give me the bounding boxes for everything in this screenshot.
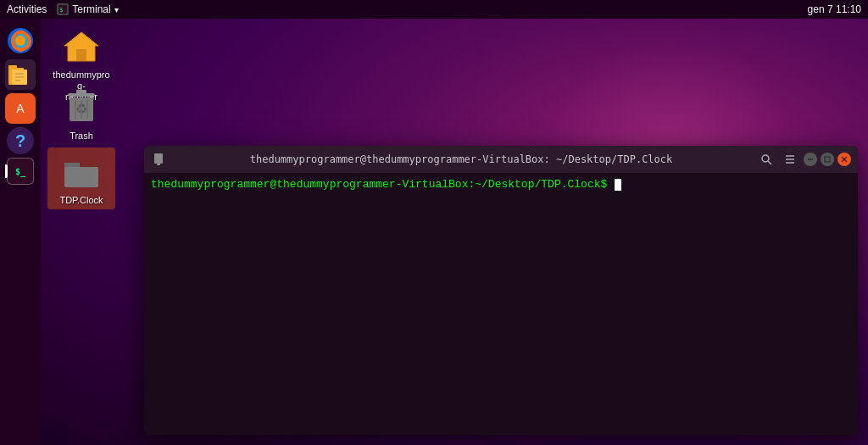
prompt-text: thedummyprogrammer@thedummyprogrammer-Vi… bbox=[151, 178, 614, 191]
svg-rect-3 bbox=[76, 49, 86, 61]
svg-line-27 bbox=[768, 161, 771, 164]
terminal-window-actions bbox=[756, 150, 851, 169]
tdpclock-folder-icon bbox=[61, 151, 102, 192]
dock: A ? $_ bbox=[0, 19, 41, 445]
tdpclock-icon-label: TDP.Clock bbox=[59, 195, 103, 206]
close-button[interactable] bbox=[837, 153, 851, 166]
topbar-left: Activities $ Terminal ▾ bbox=[7, 3, 119, 15]
terminal-titlebar: thedummyprogrammer@thedummyprogrammer-Vi… bbox=[144, 146, 858, 173]
terminal-cursor bbox=[615, 179, 621, 191]
maximize-icon bbox=[824, 156, 831, 163]
trash-icon: ♻ bbox=[61, 86, 102, 127]
home-folder-icon bbox=[61, 25, 102, 66]
desktop-icon-tdpclock[interactable]: TDP.Clock bbox=[47, 147, 115, 209]
terminal-dock-icon: $_ bbox=[15, 167, 25, 176]
svg-rect-17 bbox=[8, 65, 17, 70]
firefox-icon bbox=[6, 26, 35, 55]
dock-item-software[interactable]: A bbox=[5, 93, 36, 124]
topbar-app-menu[interactable]: $ Terminal ▾ bbox=[57, 3, 118, 15]
dock-active-indicator bbox=[5, 164, 8, 178]
dock-item-terminal[interactable]: $_ bbox=[7, 158, 34, 185]
dock-item-files[interactable] bbox=[5, 59, 36, 90]
trash-icon-label: Trash bbox=[70, 131, 93, 142]
terminal-window: thedummyprogrammer@thedummyprogrammer-Vi… bbox=[144, 146, 858, 435]
files-icon bbox=[8, 63, 33, 86]
close-icon bbox=[841, 156, 848, 163]
search-icon bbox=[760, 153, 772, 165]
dock-item-firefox[interactable] bbox=[5, 25, 36, 56]
terminal-prompt-line: thedummyprogrammer@thedummyprogrammer-Vi… bbox=[151, 178, 851, 191]
svg-rect-24 bbox=[154, 153, 163, 164]
dock-item-help[interactable]: ? bbox=[7, 127, 34, 154]
minimize-button[interactable] bbox=[804, 153, 817, 166]
terminal-body[interactable]: thedummyprogrammer@thedummyprogrammer-Vi… bbox=[144, 173, 858, 435]
terminal-hamburger-button[interactable] bbox=[780, 150, 800, 169]
terminal-title: thedummyprogrammer@thedummyprogrammer-Vi… bbox=[171, 153, 751, 165]
svg-rect-25 bbox=[157, 164, 160, 165]
maximize-button[interactable] bbox=[821, 153, 834, 166]
topbar: Activities $ Terminal ▾ gen 7 11:10 bbox=[0, 0, 868, 19]
svg-point-15 bbox=[15, 36, 25, 46]
terminal-app-icon: $ bbox=[57, 3, 69, 15]
svg-point-26 bbox=[762, 155, 769, 162]
hamburger-icon bbox=[784, 153, 796, 165]
desktop-icon-trash[interactable]: ♻ Trash bbox=[47, 83, 115, 145]
topbar-datetime: gen 7 11:10 bbox=[808, 3, 861, 15]
software-center-icon: A bbox=[9, 97, 31, 120]
terminal-pin-icon bbox=[151, 152, 166, 167]
topbar-app-name: Terminal bbox=[72, 3, 110, 15]
svg-text:$: $ bbox=[59, 7, 63, 14]
svg-rect-5 bbox=[76, 90, 86, 94]
topbar-dropdown-icon[interactable]: ▾ bbox=[114, 5, 119, 14]
svg-text:A: A bbox=[16, 102, 25, 115]
minimize-icon bbox=[807, 156, 814, 163]
svg-rect-12 bbox=[64, 167, 98, 187]
activities-button[interactable]: Activities bbox=[7, 3, 47, 15]
help-question-icon: ? bbox=[15, 131, 25, 151]
terminal-search-button[interactable] bbox=[756, 150, 776, 169]
svg-rect-32 bbox=[825, 157, 830, 162]
